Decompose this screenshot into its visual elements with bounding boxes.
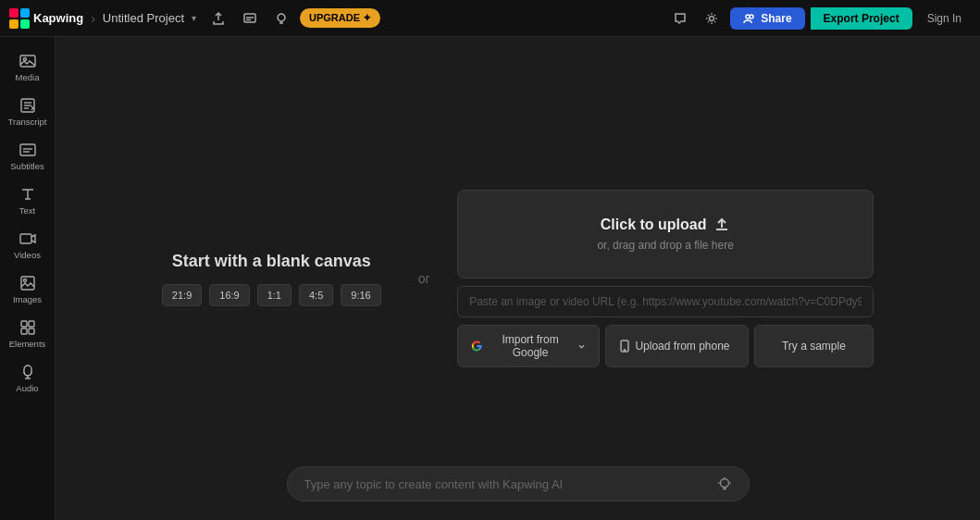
upload-phone-button[interactable]: Upload from phone [605, 325, 748, 367]
import-google-label: Import from Google [488, 333, 574, 359]
share-icon-btn[interactable] [205, 6, 231, 31]
ai-lightbulb-icon [717, 477, 732, 491]
upload-dropzone[interactable]: Click to upload or, drag and drop a file… [457, 190, 874, 279]
svg-rect-22 [20, 234, 31, 243]
svg-point-30 [625, 350, 626, 351]
ai-input[interactable] [304, 477, 708, 491]
blank-canvas-section: Start with a blank canvas 21:9 16:9 1:1 … [162, 252, 381, 306]
sidebar-item-videos-label: Videos [14, 250, 41, 260]
ai-bar-wrapper [287, 466, 750, 501]
svg-rect-1 [20, 8, 30, 18]
comment-icon-btn[interactable] [667, 6, 693, 31]
upload-subtitle: or, drag and drop a file here [597, 239, 733, 252]
center-content: Start with a blank canvas 21:9 16:9 1:1 … [162, 190, 874, 367]
svg-point-7 [278, 14, 285, 21]
svg-point-24 [23, 279, 26, 282]
sidebar-item-audio[interactable]: Audio [4, 357, 52, 398]
google-icon [471, 340, 483, 353]
upload-phone-label: Upload from phone [635, 340, 729, 353]
chevron-down-icon [577, 341, 586, 351]
upload-title: Click to upload [601, 217, 731, 233]
sidebar: Media Transcript Subtitles Te [0, 37, 56, 520]
sidebar-item-elements[interactable]: Elements [4, 313, 52, 353]
project-name: Untitled Project [103, 11, 184, 25]
or-divider: or [418, 271, 429, 286]
subtitle-icon [243, 12, 256, 25]
sidebar-item-subtitles[interactable]: Subtitles [4, 135, 52, 176]
svg-rect-23 [21, 277, 34, 290]
sidebar-item-images-label: Images [13, 294, 42, 304]
try-sample-button[interactable]: Try a sample [754, 325, 874, 367]
lightbulb-icon-btn[interactable] [268, 6, 294, 31]
import-google-button[interactable]: Import from Google [457, 325, 600, 367]
ratio-4-5[interactable]: 4:5 [299, 284, 333, 306]
sidebar-item-text[interactable]: Text [4, 180, 52, 220]
sidebar-item-media-label: Media [16, 72, 40, 82]
kapwing-logo-icon [9, 8, 30, 29]
svg-rect-27 [21, 328, 27, 334]
project-chevron-icon[interactable]: ▾ [192, 13, 196, 23]
svg-rect-3 [20, 19, 30, 29]
lightbulb-icon [275, 12, 288, 25]
transcript-icon [19, 97, 36, 114]
upload-click-label: Click to upload [601, 217, 707, 233]
comment-icon [674, 12, 687, 25]
ratio-buttons: 21:9 16:9 1:1 4:5 9:16 [162, 284, 381, 306]
media-icon [19, 53, 36, 69]
sidebar-item-images[interactable]: Images [4, 268, 52, 309]
sidebar-item-elements-label: Elements [9, 339, 46, 349]
brand-name: Kapwing [33, 11, 83, 25]
videos-icon [19, 230, 36, 247]
upgrade-button[interactable]: UPGRADE ✦ [300, 8, 380, 28]
images-icon [19, 275, 36, 291]
bottom-buttons: Import from Google Upload from phone Try… [457, 325, 874, 367]
svg-rect-25 [21, 321, 27, 327]
svg-rect-19 [20, 144, 35, 155]
text-icon [19, 186, 36, 203]
ratio-21-9[interactable]: 21:9 [162, 284, 202, 306]
main-layout: Media Transcript Subtitles Te [0, 37, 980, 520]
upload-section: Click to upload or, drag and drop a file… [457, 190, 874, 367]
svg-rect-2 [9, 19, 19, 29]
sidebar-item-text-label: Text [19, 205, 35, 216]
audio-icon [19, 364, 36, 380]
share-button-label: Share [761, 12, 791, 25]
settings-icon-btn[interactable] [699, 6, 725, 31]
upload-icon [212, 12, 225, 25]
svg-rect-26 [29, 321, 34, 327]
svg-point-14 [23, 58, 26, 61]
subtitle-icon-btn[interactable] [237, 6, 263, 31]
sidebar-item-transcript-label: Transcript [8, 117, 47, 127]
share-people-icon [743, 12, 756, 25]
svg-rect-13 [20, 56, 35, 67]
svg-point-10 [710, 16, 714, 20]
subtitles-icon [19, 142, 36, 158]
phone-icon [619, 340, 630, 353]
export-button[interactable]: Export Project [811, 7, 912, 30]
sidebar-item-subtitles-label: Subtitles [10, 161, 43, 171]
sidebar-item-videos[interactable]: Videos [4, 224, 52, 265]
blank-canvas-title: Start with a blank canvas [172, 252, 371, 271]
ratio-1-1[interactable]: 1:1 [257, 284, 292, 306]
sidebar-item-media[interactable]: Media [4, 46, 52, 87]
top-nav: Kapwing › Untitled Project ▾ UPGRADE ✦ [0, 0, 980, 37]
logo: Kapwing [9, 8, 83, 29]
breadcrumb-sep: › [91, 11, 95, 26]
sidebar-item-audio-label: Audio [16, 383, 38, 393]
sidebar-item-transcript[interactable]: Transcript [4, 91, 52, 131]
ai-bar [287, 466, 750, 501]
elements-icon [19, 319, 36, 336]
canvas-area: Start with a blank canvas 21:9 16:9 1:1 … [56, 37, 980, 520]
gear-icon [705, 12, 718, 25]
upload-arrow-icon [713, 217, 730, 233]
ratio-16-9[interactable]: 16:9 [209, 284, 249, 306]
url-input[interactable] [457, 286, 874, 317]
signin-button[interactable]: Sign In [918, 7, 971, 30]
svg-rect-28 [29, 328, 34, 334]
share-button[interactable]: Share [730, 7, 804, 30]
svg-point-12 [750, 15, 753, 19]
ratio-9-16[interactable]: 9:16 [341, 284, 380, 306]
svg-rect-0 [9, 8, 19, 18]
svg-point-31 [720, 479, 728, 488]
